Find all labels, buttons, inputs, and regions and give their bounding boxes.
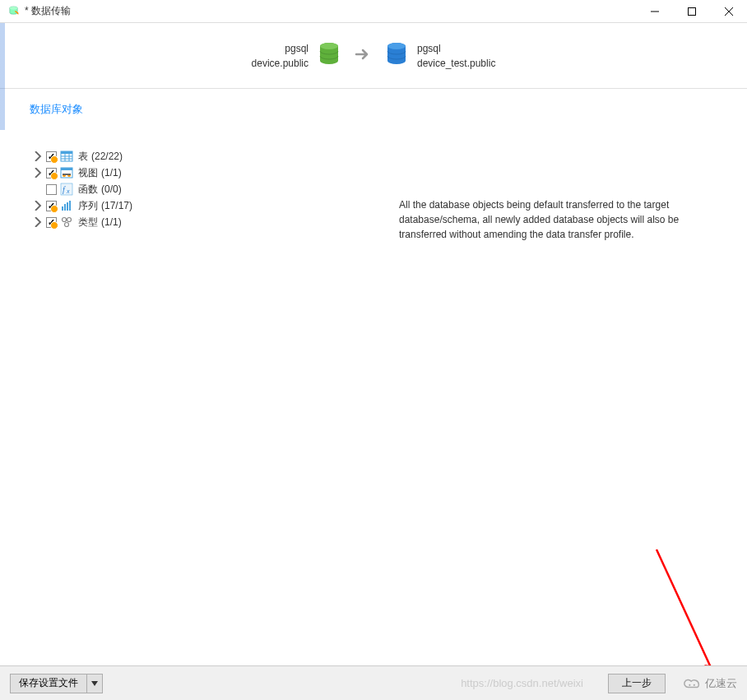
tree-count: (0/0) (101, 183, 122, 195)
brand-logo: 亿速云 (684, 676, 737, 691)
svg-point-1 (9, 7, 16, 10)
svg-point-33 (689, 684, 690, 685)
tree-item-types[interactable]: 类型 (1/1) (33, 214, 374, 230)
sequence-icon (60, 199, 73, 212)
source-schema: device.public (252, 56, 309, 71)
tree-label: 表 (78, 150, 88, 164)
arrow-right-icon (355, 49, 371, 63)
svg-point-28 (63, 218, 67, 222)
tree-item-functions[interactable]: fx 函数 (0/0) (33, 181, 374, 197)
tree-count: (1/1) (101, 167, 122, 178)
close-button[interactable] (710, 0, 747, 23)
target-name: pgsql (417, 41, 495, 56)
titlebar: * 数据传输 (0, 0, 747, 23)
watermark-text: https://blog.csdn.net/weixi (461, 677, 583, 689)
view-icon (60, 166, 73, 179)
tree-count: (17/17) (101, 200, 132, 211)
svg-rect-20 (63, 174, 71, 175)
minimize-button[interactable] (636, 0, 673, 23)
svg-rect-26 (67, 202, 68, 211)
source-labels: pgsql device.public (252, 41, 309, 71)
tree-item-views[interactable]: 视图 (1/1) (33, 165, 374, 181)
database-target-icon (386, 42, 407, 69)
left-edge-decoration (0, 23, 5, 130)
source-name: pgsql (252, 41, 309, 56)
chevron-right-icon[interactable] (33, 168, 43, 178)
svg-point-30 (65, 223, 69, 227)
chevron-right-icon[interactable] (33, 201, 43, 211)
dropdown-arrow-icon[interactable] (87, 675, 102, 693)
footer: 保存设置文件 https://blog.csdn.net/weixi 上一步 亿… (0, 665, 747, 700)
window-title: * 数据传输 (25, 4, 71, 18)
function-icon: fx (60, 183, 73, 196)
app-icon (7, 5, 20, 18)
tree-label: 视图 (78, 166, 98, 180)
tree-item-sequences[interactable]: 序列 (17/17) (33, 197, 374, 214)
svg-point-7 (320, 43, 338, 49)
svg-rect-24 (62, 206, 63, 211)
chevron-right-icon[interactable] (33, 151, 43, 161)
object-tree-panel: 表 (22/22) 视图 (1/1) fx 函数 (0/0) (8, 132, 383, 665)
tree-label: 序列 (78, 199, 98, 213)
checkbox-functions[interactable] (46, 184, 57, 195)
target-connection: pgsql device_test.public (386, 41, 495, 71)
checkbox-types[interactable] (46, 217, 57, 228)
brand-text: 亿速云 (705, 676, 737, 691)
window-controls (636, 0, 747, 23)
svg-rect-11 (61, 151, 72, 154)
target-schema: device_test.public (417, 56, 495, 71)
checkbox-tables[interactable] (46, 151, 57, 162)
save-profile-button[interactable]: 保存设置文件 (10, 674, 103, 693)
tree-label: 类型 (78, 216, 98, 229)
svg-point-29 (67, 218, 72, 222)
svg-rect-17 (61, 168, 72, 170)
section-title: 数据库对象 (0, 89, 747, 125)
svg-rect-27 (69, 201, 71, 211)
source-connection: pgsql device.public (252, 41, 340, 71)
chevron-right-icon[interactable] (33, 217, 43, 227)
description-text: All the database objects being default t… (399, 197, 714, 242)
svg-point-34 (694, 684, 695, 685)
previous-button[interactable]: 上一步 (608, 674, 666, 693)
checkbox-views[interactable] (46, 168, 57, 178)
tree-item-tables[interactable]: 表 (22/22) (33, 148, 374, 165)
svg-point-9 (387, 43, 406, 49)
type-icon (60, 216, 73, 229)
database-source-icon (318, 42, 340, 69)
connection-header: pgsql device.public (0, 23, 747, 89)
table-icon (60, 150, 73, 163)
svg-rect-3 (688, 8, 695, 16)
save-profile-label: 保存设置文件 (11, 675, 87, 693)
tree-count: (22/22) (91, 151, 123, 162)
tree-label: 函数 (78, 183, 98, 197)
svg-rect-25 (64, 204, 66, 211)
svg-text:x: x (66, 188, 70, 194)
content-area: 表 (22/22) 视图 (1/1) fx 函数 (0/0) (8, 132, 739, 665)
maximize-button[interactable] (673, 0, 710, 23)
tree-count: (1/1) (101, 216, 122, 228)
checkbox-sequences[interactable] (46, 201, 57, 211)
description-panel: All the database objects being default t… (383, 132, 739, 665)
target-labels: pgsql device_test.public (417, 41, 495, 71)
